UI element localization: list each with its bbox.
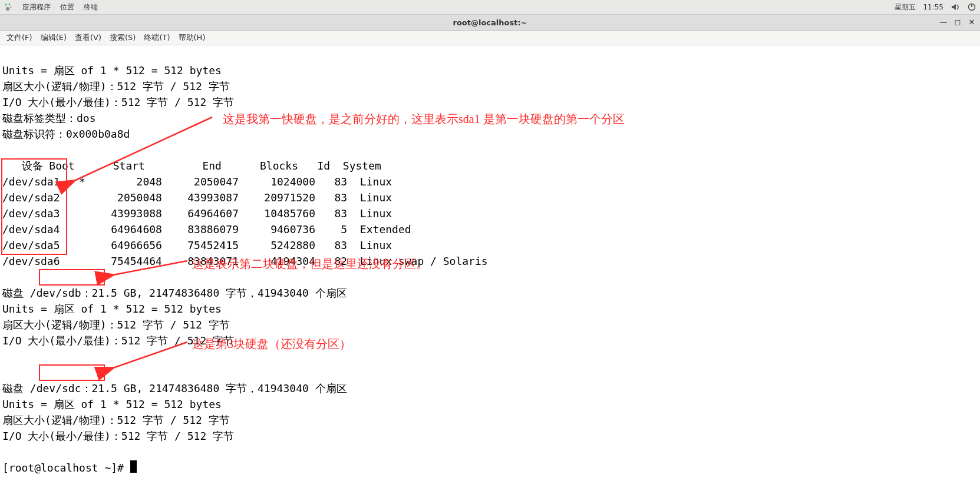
term-line: Units = 扇区 of 1 * 512 = 512 bytes [2, 398, 222, 410]
partition-row: /dev/sda2 2050048 43993087 20971520 83 L… [2, 191, 392, 204]
term-line: 扇区大小(逻辑/物理)：512 字节 / 512 字节 [2, 80, 230, 92]
menu-file[interactable]: 文件(F) [2, 32, 37, 43]
partition-table-header: 设备 Boot Start End Blocks Id System [2, 160, 381, 172]
window-close-button[interactable]: ✕ [967, 17, 976, 26]
panel-day: 星期五 [895, 2, 916, 12]
window-titlebar[interactable]: root@localhost:~ — ◻ ✕ [0, 15, 980, 31]
term-line: Units = 扇区 of 1 * 512 = 512 bytes [2, 303, 222, 315]
panel-time[interactable]: 11:55 [923, 3, 943, 11]
menu-search[interactable]: 搜索(S) [105, 32, 140, 43]
annotation-box-sdb [39, 269, 105, 286]
top-panel: 应用程序 位置 终端 星期五 11:55 [0, 0, 980, 15]
svg-point-0 [5, 4, 7, 6]
terminal-content[interactable]: Units = 扇区 of 1 * 512 = 512 bytes 扇区大小(逻… [0, 45, 980, 501]
svg-point-2 [10, 6, 12, 8]
menu-edit[interactable]: 编辑(E) [37, 32, 71, 43]
terminal-menubar: 文件(F) 编辑(E) 查看(V) 搜索(S) 终端(T) 帮助(H) [0, 31, 980, 45]
term-line: 扇区大小(逻辑/物理)：512 字节 / 512 字节 [2, 318, 230, 331]
panel-menu-terminal[interactable]: 终端 [84, 2, 98, 12]
volume-icon[interactable] [951, 2, 960, 12]
term-line: 扇区大小(逻辑/物理)：512 字节 / 512 字节 [2, 414, 230, 426]
partition-row: /dev/sda3 43993088 64964607 10485760 83 … [2, 207, 392, 220]
partition-row: /dev/sda1 * 2048 2050047 1024000 83 Linu… [2, 175, 392, 188]
term-line: I/O 大小(最小/最佳)：512 字节 / 512 字节 [2, 430, 234, 442]
term-line: 磁盘 /dev/sdc：21.5 GB, 21474836480 字节，4194… [2, 382, 347, 394]
term-line: 磁盘标签类型：dos [2, 112, 96, 124]
window-maximize-button[interactable]: ◻ [953, 17, 962, 26]
panel-menu-places[interactable]: 位置 [60, 2, 74, 12]
term-line: Units = 扇区 of 1 * 512 = 512 bytes [2, 64, 222, 77]
term-line: I/O 大小(最小/最佳)：512 字节 / 512 字节 [2, 96, 234, 108]
annotation-box-sdc [39, 364, 105, 381]
svg-point-3 [6, 7, 9, 11]
window-minimize-button[interactable]: — [939, 17, 948, 26]
term-line: I/O 大小(最小/最佳)：512 字节 / 512 字节 [2, 334, 234, 347]
power-icon[interactable] [967, 2, 976, 12]
shell-prompt: [root@localhost ~]# [2, 462, 130, 474]
window-title: root@localhost:~ [453, 18, 527, 27]
term-line: 磁盘标识符：0x000b0a8d [2, 128, 130, 140]
annotation-text-1: 这是我第一快硬盘，是之前分好的，这里表示sda1 是第一块硬盘的第一个分区 [223, 111, 625, 127]
partition-row: /dev/sda5 64966656 75452415 5242880 83 L… [2, 239, 392, 251]
menu-view[interactable]: 查看(V) [71, 32, 105, 43]
terminal-cursor [130, 460, 137, 473]
partition-row: /dev/sda4 64964608 83886079 9460736 5 Ex… [2, 223, 411, 235]
gnome-foot-icon [4, 2, 13, 12]
term-line: 磁盘 /dev/sdb：21.5 GB, 21474836480 字节，4194… [2, 287, 347, 299]
panel-menu-apps[interactable]: 应用程序 [22, 2, 51, 12]
menu-help[interactable]: 帮助(H) [174, 32, 210, 43]
partition-row: /dev/sda6 75454464 83843071 4194304 82 L… [2, 255, 488, 267]
svg-point-1 [9, 4, 11, 5]
menu-terminal[interactable]: 终端(T) [140, 32, 174, 43]
